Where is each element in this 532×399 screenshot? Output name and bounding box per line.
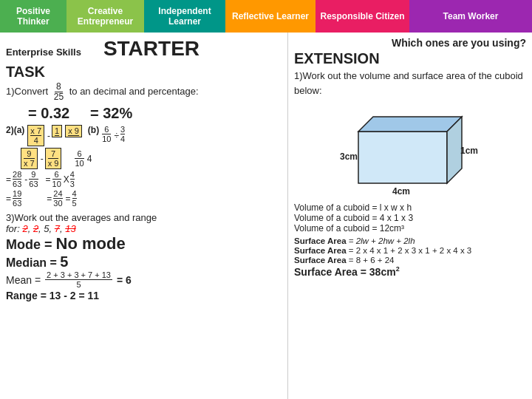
mean-numerator: 2 + 3 + 3 + 7 + 13 [45,270,112,280]
svg-marker-1 [358,117,462,132]
surface-final: Surface Area = 38cm2 [294,265,526,278]
tab-responsible-citizen[interactable]: Responsible Citizen [316,0,409,33]
tab-label: Team Worker [443,11,499,21]
tab-label: Reflective Learner [232,11,309,21]
tab-positive-thinker[interactable]: Positive Thinker [0,0,66,33]
mean-line: Mean = 2 + 3 + 3 + 7 + 13 5 = 6 [6,270,282,289]
svg-text:4cm: 4cm [392,186,410,197]
range-line: Range = 13 - 2 = 11 [6,290,282,301]
task3: 3)Work out the averages and range for: 2… [6,212,282,301]
task1-text: 1)Convert [6,86,48,97]
range-label: Range = [6,290,47,301]
surface-line1-text: = 2 x 4 x 1 + 2 x 3 x 1 + 2 x 4 x 3 [349,246,472,255]
tab-label: Creative Entrepreneur [71,6,140,27]
cuboid-svg: 4cm 1cm 3cm [336,102,484,198]
fraction-numerator: 8 [55,82,63,92]
surface-line0-text: = 2lw + 2hw + 2lh [349,236,415,245]
svg-marker-0 [358,132,447,183]
extension-label: EXTENSION [294,50,526,67]
task2: 2)(a) x 7 4 - 1 x 9 (b) 6 [6,125,282,208]
surface-final-text: = 38cm2 [361,266,400,278]
right-panel: Which ones are you using? EXTENSION 1)Wo… [288,33,532,399]
median-line: Median = 5 [6,253,282,270]
surface-line0: Surface Area = 2lw + 2hw + 2lh [294,236,526,245]
main-content: Enterprise Skills STARTER TASK 1)Convert… [0,33,532,399]
mode-label: Mode = [6,237,52,252]
fraction-denominator: 25 [52,92,65,102]
surface-line1: Surface Area = 2 x 4 x 1 + 2 x 3 x 1 + 2… [294,246,526,255]
range-value: 13 - 2 = 11 [50,290,99,301]
surface-line2-text: = 8 + 6 + 24 [349,256,395,265]
left-panel: Enterprise Skills STARTER TASK 1)Convert… [0,33,288,399]
tab-reflective-learner[interactable]: Reflective Learner [225,0,316,33]
mean-denominator: 5 [75,280,82,289]
tab-creative-entrepreneur[interactable]: Creative Entrepreneur [66,0,144,33]
extension-text: 1)Work out the volume and surface area o… [294,69,526,98]
mean-label: Mean = [6,274,41,286]
which-ones-text: Which ones are you using? [294,37,526,49]
task3-for: for: 2, 2, 5, 7, 13 [6,223,282,234]
tab-label: Independent Learner [149,6,221,27]
task1-rest: to an decimal and percentage: [69,86,199,97]
median-value: 5 [60,253,68,270]
task2-label: 2)(a) [6,125,24,135]
volume-line3-text: Volume of a cuboid = 12cm³ [294,223,404,233]
surface-section: Surface Area = 2lw + 2hw + 2lh Surface A… [294,236,526,278]
result2: = 32% [90,105,132,121]
tab-label: Responsible Citizen [320,11,404,21]
task3-intro: 3)Work out the averages and range [6,212,282,223]
volume-line2: Volume of a cuboid = 4 x 1 x 3 [294,213,526,223]
task-label: TASK [6,64,282,81]
svg-text:1cm: 1cm [460,146,478,156]
tab-team-worker[interactable]: Team Worker [409,0,532,33]
result1: = 0.32 [28,105,69,121]
tab-label: Positive Thinker [4,6,62,27]
task1: 1)Convert 8 25 to an decimal and percent… [6,82,282,102]
volume-line3: Volume of a cuboid = 12cm³ [294,223,526,233]
mean-result: = 6 [117,274,132,286]
tab-independent-learner[interactable]: Independent Learner [144,0,225,33]
starter-title: STARTER [103,37,200,61]
median-label: Median = [6,256,57,269]
surface-line2: Surface Area = 8 + 6 + 24 [294,256,526,265]
task2b-label: (b) [88,125,99,135]
mode-line: Mode = No mode [6,234,282,253]
mean-fraction: 2 + 3 + 3 + 7 + 13 5 [45,270,112,289]
cuboid-diagram: 4cm 1cm 3cm [294,102,526,198]
volume-section: Volume of a cuboid = l x w x h Volume of… [294,202,526,233]
volume-line1: Volume of a cuboid = l x w x h [294,202,526,213]
result-line: = 0.32 = 32% [28,105,282,122]
task1-fraction: 8 25 [52,82,65,102]
header-tabs: Positive Thinker Creative Entrepreneur I… [0,0,532,33]
svg-text:3cm: 3cm [340,151,358,162]
enterprise-skills-label: Enterprise Skills [6,47,81,58]
mode-value: No mode [56,234,126,253]
